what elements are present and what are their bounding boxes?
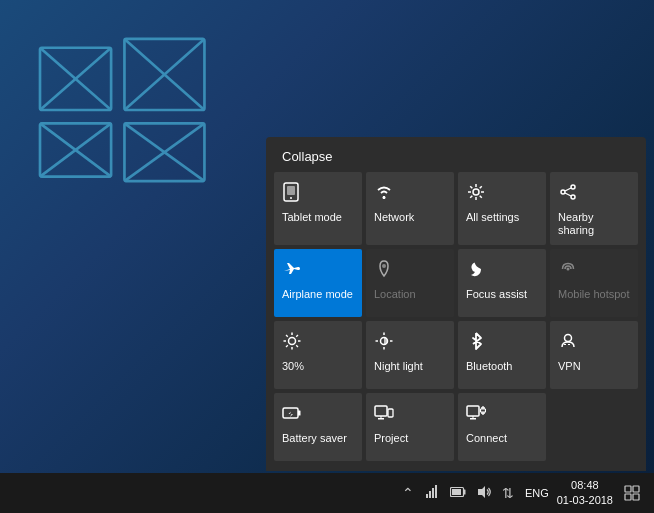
svg-rect-23: [633, 494, 639, 500]
bluetooth-icon: [466, 331, 486, 354]
svg-point-36: [289, 338, 296, 345]
svg-point-31: [571, 195, 575, 199]
svg-rect-58: [467, 406, 479, 416]
hotspot-icon: [558, 259, 578, 282]
svg-rect-20: [625, 486, 631, 492]
focus-assist-icon: [466, 259, 486, 282]
night-light-icon: [374, 331, 394, 354]
windows-logo: [30, 30, 230, 200]
svg-rect-55: [378, 418, 384, 420]
network-tile[interactable]: Network: [366, 172, 454, 245]
brightness-tile[interactable]: 30%: [274, 321, 362, 389]
vpn-icon: [558, 331, 578, 354]
network-label: Network: [374, 211, 414, 224]
settings-icon: [466, 182, 486, 205]
connect-tile[interactable]: Connect: [458, 393, 546, 461]
svg-line-41: [286, 335, 288, 337]
nearby-sharing-label: Nearby sharing: [558, 211, 630, 237]
volume-icon[interactable]: [474, 483, 494, 504]
svg-line-42: [296, 345, 298, 347]
taskbar: ⌃ ⇅ E: [0, 473, 654, 513]
connect-icon: [466, 403, 486, 426]
airplane-mode-label: Airplane mode: [282, 288, 353, 301]
time-display: 08:48: [557, 478, 613, 493]
mobile-hotspot-tile[interactable]: Mobile hotspot: [550, 249, 638, 317]
all-settings-label: All settings: [466, 211, 519, 224]
vpn-label: VPN: [558, 360, 581, 373]
svg-rect-57: [388, 409, 393, 417]
svg-point-29: [561, 190, 565, 194]
airplane-icon: [282, 259, 302, 282]
night-light-tile[interactable]: Night light: [366, 321, 454, 389]
usb-icon[interactable]: ⇅: [499, 483, 517, 503]
project-icon: [374, 403, 394, 426]
battery-saver-label: Battery saver: [282, 432, 347, 445]
brightness-label: 30%: [282, 360, 304, 373]
notification-center-button[interactable]: [618, 479, 646, 507]
svg-point-30: [571, 185, 575, 189]
svg-rect-22: [625, 494, 631, 500]
project-tile[interactable]: Project: [366, 393, 454, 461]
vpn-tile[interactable]: VPN: [550, 321, 638, 389]
location-tile[interactable]: Location: [366, 249, 454, 317]
svg-rect-14: [432, 488, 434, 498]
network-tile-icon: [374, 182, 394, 205]
location-label: Location: [374, 288, 416, 301]
svg-rect-53: [298, 411, 301, 416]
svg-point-35: [567, 268, 570, 271]
svg-rect-12: [426, 494, 428, 498]
svg-point-27: [383, 196, 386, 199]
location-icon: [374, 259, 394, 282]
focus-assist-tile[interactable]: Focus assist: [458, 249, 546, 317]
nearby-sharing-icon: [558, 182, 578, 205]
language-indicator[interactable]: ENG: [522, 485, 552, 501]
svg-line-32: [565, 188, 571, 191]
night-light-label: Night light: [374, 360, 423, 373]
brightness-icon: [282, 331, 302, 354]
svg-point-50: [565, 335, 572, 342]
connect-label: Connect: [466, 432, 507, 445]
network-icon[interactable]: [422, 483, 442, 504]
clock[interactable]: 08:48 01-03-2018: [557, 478, 613, 509]
all-settings-tile[interactable]: All settings: [458, 172, 546, 245]
svg-point-25: [290, 197, 292, 199]
svg-line-33: [565, 193, 571, 196]
svg-rect-13: [429, 491, 431, 498]
system-tray: ⌃ ⇅ E: [399, 478, 646, 509]
show-hidden-icons-button[interactable]: ⌃: [399, 483, 417, 503]
svg-rect-21: [633, 486, 639, 492]
tablet-mode-label: Tablet mode: [282, 211, 342, 224]
svg-rect-59: [470, 418, 476, 420]
svg-rect-60: [473, 416, 474, 418]
nearby-sharing-tile[interactable]: Nearby sharing: [550, 172, 638, 245]
svg-rect-56: [381, 416, 382, 418]
svg-rect-17: [463, 490, 465, 495]
svg-rect-15: [435, 485, 437, 498]
action-center-panel: Collapse Tablet mode: [266, 137, 646, 471]
svg-rect-61: [481, 409, 486, 412]
collapse-button[interactable]: Collapse: [266, 137, 349, 172]
bluetooth-label: Bluetooth: [466, 360, 512, 373]
svg-point-28: [473, 189, 479, 195]
project-label: Project: [374, 432, 408, 445]
svg-line-43: [296, 335, 298, 337]
svg-marker-19: [478, 486, 485, 498]
bluetooth-tile[interactable]: Bluetooth: [458, 321, 546, 389]
tablet-icon: [282, 182, 302, 205]
airplane-mode-tile[interactable]: Airplane mode: [274, 249, 362, 317]
battery-saver-icon: [282, 403, 302, 426]
battery-icon[interactable]: [447, 483, 469, 503]
svg-rect-26: [287, 186, 295, 195]
focus-assist-label: Focus assist: [466, 288, 527, 301]
date-display: 01-03-2018: [557, 493, 613, 508]
quick-actions-grid: Tablet mode Network All se: [266, 172, 646, 461]
mobile-hotspot-label: Mobile hotspot: [558, 288, 630, 301]
svg-rect-18: [452, 489, 461, 495]
tablet-mode-tile[interactable]: Tablet mode: [274, 172, 362, 245]
svg-point-34: [382, 264, 386, 268]
svg-rect-54: [375, 406, 387, 416]
svg-line-44: [286, 345, 288, 347]
battery-saver-tile[interactable]: Battery saver: [274, 393, 362, 461]
